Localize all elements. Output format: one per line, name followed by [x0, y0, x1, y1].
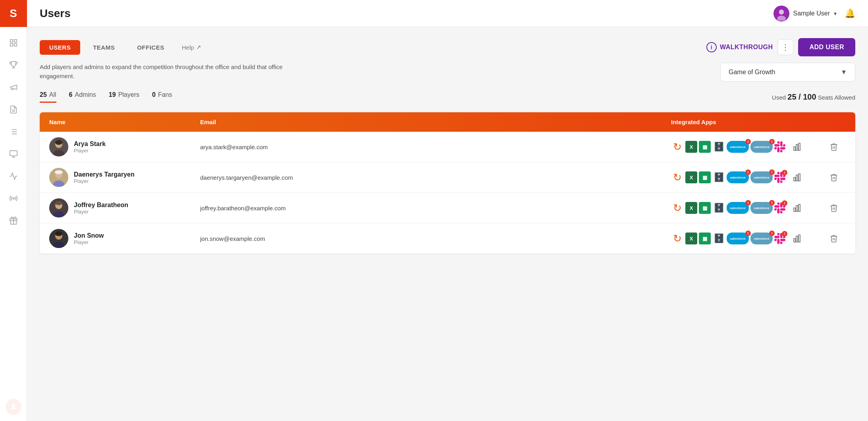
seats-info: Used 25 / 100 Seats Allowed: [772, 92, 855, 102]
sheets-icon: ▦: [699, 171, 711, 183]
user-name-joffrey: Joffrey Baratheon: [74, 202, 128, 209]
notification-bell-icon[interactable]: 🔔: [845, 8, 855, 19]
description-row: Add players and admins to expand the com…: [40, 63, 855, 82]
action-btns-jon: [790, 231, 822, 246]
action-btns-arya: [790, 140, 822, 154]
walkthrough-button[interactable]: i WALKTHROUGH: [706, 42, 773, 52]
user-info[interactable]: Sample User ▾: [773, 6, 837, 21]
salesforce-icon: salesforce !: [727, 171, 749, 183]
col-apps: Integrated Apps: [671, 119, 790, 125]
sidebar-item-broadcast[interactable]: [4, 189, 23, 208]
database-icon: 🗄️: [712, 140, 725, 153]
filter-row: 25 All 6 Admins 19 Players 0 Fans Used: [40, 91, 855, 103]
svg-point-20: [779, 10, 784, 15]
col-actions: [790, 119, 822, 125]
competition-dropdown[interactable]: Game of Growth ▼: [720, 63, 855, 82]
email-joffrey: joffrey.baratheon@example.com: [200, 205, 671, 211]
add-user-button[interactable]: ADD USER: [798, 38, 855, 56]
email-daenerys: daenerys.targaryen@example.com: [200, 174, 671, 181]
delete-btn-jon[interactable]: [822, 234, 846, 243]
svg-rect-48: [796, 236, 798, 242]
avatar-arya: [49, 137, 68, 156]
apps-arya: ↻ X ▦ 🗄️ salesforce ! salesforce !: [671, 140, 790, 153]
svg-point-18: [12, 404, 15, 407]
table-row: Arya Stark Player arya.stark@example.com…: [40, 132, 855, 162]
table-row: Jon Snow Player jon.snow@example.com ↻ X…: [40, 223, 855, 254]
help-link[interactable]: Help ↗: [182, 44, 201, 51]
seats-suffix: Seats Allowed: [818, 94, 855, 101]
user-role-daenerys: Player: [74, 178, 135, 184]
user-cell-arya: Arya Stark Player: [49, 137, 200, 156]
filter-tab-admins[interactable]: 6 Admins: [69, 91, 96, 103]
toolbar-right: i WALKTHROUGH ⋮ ADD USER: [706, 38, 855, 56]
user-name: Sample User: [793, 10, 830, 17]
svg-point-25: [55, 140, 62, 145]
database-icon: 🗄️: [712, 232, 725, 245]
svg-point-15: [13, 198, 14, 199]
svg-rect-26: [794, 147, 795, 150]
sidebar-bottom: [0, 399, 27, 421]
refresh-icon: ↻: [671, 171, 684, 184]
header: Users Sample User ▾ 🔔: [27, 0, 868, 27]
more-options-button[interactable]: ⋮: [777, 39, 793, 55]
sidebar-item-megaphone[interactable]: [4, 78, 23, 97]
tab-teams[interactable]: TEAMS: [83, 40, 124, 55]
svg-rect-41: [796, 206, 798, 211]
user-role-joffrey: Player: [74, 209, 128, 215]
email-arya: arya.stark@example.com: [200, 144, 671, 150]
slack-icon: [774, 141, 785, 152]
stats-button-jon[interactable]: [790, 231, 804, 246]
user-name-daenerys: Daenerys Targaryen: [74, 171, 135, 178]
avatar-daenerys: [49, 168, 68, 187]
slack-icon: !: [774, 172, 785, 183]
sidebar-item-dashboard[interactable]: [4, 33, 23, 52]
stats-button-daenerys[interactable]: [790, 170, 804, 185]
svg-point-39: [55, 201, 62, 205]
all-count: 25: [40, 91, 47, 98]
sidebar-item-monitor[interactable]: [4, 144, 23, 163]
help-label: Help: [182, 44, 194, 51]
app-logo[interactable]: S: [0, 0, 27, 27]
svg-rect-2: [10, 44, 12, 46]
more-dots-icon: ⋮: [781, 42, 789, 52]
delete-btn-joffrey[interactable]: [822, 204, 846, 212]
delete-btn-arya[interactable]: [822, 142, 846, 151]
action-btns-daenerys: [790, 170, 822, 185]
tab-offices[interactable]: OFFICES: [127, 40, 174, 55]
delete-btn-daenerys[interactable]: [822, 173, 846, 182]
toolbar-left: USERS TEAMS OFFICES Help ↗: [40, 40, 201, 55]
sidebar-item-report[interactable]: [4, 100, 23, 119]
filter-tabs: 25 All 6 Admins 19 Players 0 Fans: [40, 91, 172, 103]
fans-count: 0: [152, 91, 156, 98]
svg-rect-42: [799, 204, 800, 211]
filter-tab-all[interactable]: 25 All: [40, 91, 56, 103]
user-role-arya: Player: [74, 148, 106, 154]
stats-button-joffrey[interactable]: [790, 201, 804, 215]
sidebar-nav: [4, 27, 23, 399]
user-name-jon: Jon Snow: [74, 232, 104, 239]
svg-rect-28: [799, 143, 800, 150]
sidebar-item-chart[interactable]: [4, 167, 23, 186]
col-email: Email: [200, 119, 671, 125]
fans-label: Fans: [158, 91, 172, 98]
user-name-arya: Arya Stark: [74, 140, 106, 148]
sidebar-item-trophy[interactable]: [4, 56, 23, 75]
filter-tab-fans[interactable]: 0 Fans: [152, 91, 172, 103]
admins-count: 6: [69, 91, 73, 98]
stats-button-arya[interactable]: [790, 140, 804, 154]
sidebar-item-users[interactable]: [6, 399, 21, 415]
filter-tab-players[interactable]: 19 Players: [109, 91, 139, 103]
sidebar: S: [0, 0, 27, 421]
avatar-jon: [49, 229, 68, 248]
sidebar-item-list[interactable]: [4, 122, 23, 141]
col-delete: [822, 119, 846, 125]
user-role-jon: Player: [74, 239, 104, 245]
svg-rect-35: [799, 174, 800, 181]
content-area: USERS TEAMS OFFICES Help ↗ i WALKTHROUGH…: [27, 27, 868, 421]
tab-users[interactable]: USERS: [40, 40, 80, 55]
sidebar-item-gift[interactable]: [4, 211, 23, 230]
salesforce-icon: salesforce !: [727, 141, 749, 153]
user-cell-joffrey: Joffrey Baratheon Player: [49, 198, 200, 217]
user-cell-jon: Jon Snow Player: [49, 229, 200, 248]
seats-used: 25 / 100: [787, 92, 816, 101]
